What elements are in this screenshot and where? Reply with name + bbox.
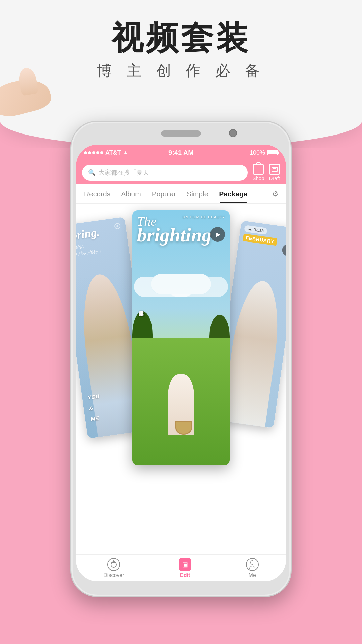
tab-bar: Records Album Popular Simple Package	[76, 184, 286, 204]
shop-button[interactable]: Shop	[252, 164, 264, 181]
me-icon	[246, 558, 259, 571]
tab-album[interactable]: Album	[116, 184, 146, 203]
phone-mockup: AT&T ▲ 9:41 AM 100%	[70, 121, 292, 597]
filter-icon[interactable]: ⚙	[267, 186, 283, 202]
cards-area: Spring. 一起回忆 生活中的小美好！	[76, 204, 286, 554]
shop-icon	[253, 164, 264, 175]
promo-title: 视频套装	[0, 20, 362, 56]
draft-button[interactable]: Draft	[269, 164, 280, 181]
tab-simple[interactable]: Simple	[181, 184, 214, 203]
tab-records[interactable]: Records	[79, 184, 116, 203]
play-btn-right[interactable]: ▶	[281, 243, 286, 257]
phone-screen: AT&T ▲ 9:41 AM 100%	[76, 145, 286, 581]
promo-section: 视频套装 博 主 创 作 必 备	[0, 20, 362, 81]
search-box[interactable]: 🔍 大家都在搜「夏天」	[82, 165, 248, 181]
draft-label: Draft	[269, 175, 280, 181]
promo-subtitle: 博 主 创 作 必 备	[0, 61, 362, 81]
nav-discover[interactable]: Discover	[103, 558, 124, 578]
phone-speaker	[161, 130, 201, 137]
brighting-title: The brighting	[137, 215, 212, 244]
bottom-nav: Discover ▣ Edit	[76, 554, 286, 581]
discover-label: Discover	[103, 572, 124, 578]
nav-me[interactable]: Me	[246, 558, 259, 578]
discover-icon	[107, 558, 120, 571]
tab-package[interactable]: Package	[214, 184, 253, 203]
me-label: Me	[249, 572, 256, 578]
february-label: FEBRUARY	[243, 234, 277, 246]
shop-label: Shop	[252, 175, 264, 181]
play-btn-main[interactable]: ▶	[210, 227, 225, 242]
phone-camera	[229, 129, 237, 137]
battery-percentage: 100%	[250, 149, 265, 156]
search-area: 🔍 大家都在搜「夏天」 Shop	[76, 161, 286, 184]
clock-time: 9:41 AM	[168, 149, 194, 157]
status-bar: AT&T ▲ 9:41 AM 100%	[76, 145, 286, 161]
nav-edit[interactable]: ▣ Edit	[179, 558, 191, 578]
battery-icon	[267, 150, 278, 155]
search-icon: 🔍	[88, 169, 96, 176]
edit-label: Edit	[180, 572, 190, 578]
date-tag: ☁ 02.18	[244, 225, 267, 235]
carrier-text: AT&T	[105, 149, 121, 156]
draft-icon	[269, 164, 280, 175]
search-placeholder-text: 大家都在搜「夏天」	[98, 168, 156, 177]
tab-popular[interactable]: Popular	[146, 184, 181, 203]
card-brighting[interactable]: UN FILM DE BEAUTY The brighting	[132, 210, 230, 465]
edit-icon: ▣	[179, 558, 191, 571]
wifi-icon: ▲	[123, 150, 128, 156]
